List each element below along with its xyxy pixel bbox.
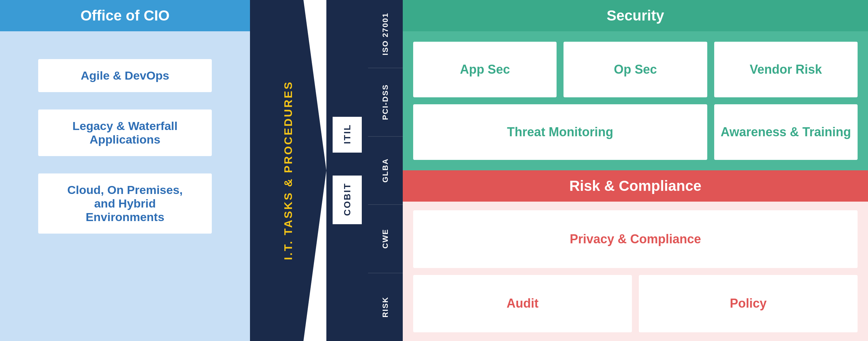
standards-bars: ISO 27001 PCI-DSS GLBA CWE RISK [368, 0, 403, 341]
risk-content-section: Privacy & Compliance Audit Policy [403, 202, 868, 341]
standard-iso27001-label: ISO 27001 [381, 13, 390, 55]
standard-pci-dss-label: PCI-DSS [381, 84, 390, 120]
security-title: Security [607, 7, 664, 24]
security-item-threat-monitoring: Threat Monitoring [413, 104, 707, 160]
framework-cobit: COBIT [332, 174, 363, 225]
it-tasks-arrow: I.T. TASKS & PROCEDURES [250, 0, 326, 341]
security-item-op-sec: Op Sec [564, 42, 707, 97]
standard-glba-label: GLBA [381, 158, 390, 182]
cio-items: Agile & DevOps Legacy & Waterfall Applic… [0, 59, 250, 234]
security-grid: App Sec Op Sec Vendor Risk Threat Monito… [403, 31, 868, 170]
middle-section: I.T. TASKS & PROCEDURES ITIL COBIT ISO 2… [250, 0, 403, 341]
risk-title: Risk & Compliance [569, 178, 701, 194]
right-section: Security App Sec Op Sec Vendor Risk Thre… [403, 0, 868, 341]
vendor-risk-label: Vendor Risk [750, 62, 822, 77]
standard-iso27001: ISO 27001 [368, 0, 403, 68]
awareness-training-label: Awareness & Training [721, 125, 851, 139]
op-sec-label: Op Sec [614, 62, 657, 77]
standard-cwe-label: CWE [381, 229, 390, 249]
main-container: Office of CIO Agile & DevOps Legacy & Wa… [0, 0, 868, 341]
privacy-box: Privacy & Compliance [413, 210, 858, 268]
framework-itil-label: ITIL [342, 124, 353, 144]
cio-header: Office of CIO [0, 0, 250, 31]
app-sec-label: App Sec [460, 62, 510, 77]
standard-glba: GLBA [368, 136, 403, 204]
audit-label: Audit [507, 296, 539, 311]
cio-item-agile-label: Agile & DevOps [81, 69, 169, 82]
cio-item-legacy-label: Legacy & Waterfall Applications [73, 119, 178, 146]
standard-risk-label: RISK [381, 297, 390, 318]
security-item-vendor-risk: Vendor Risk [714, 42, 858, 97]
frameworks-column: ITIL COBIT [326, 0, 368, 341]
audit-box: Audit [413, 275, 632, 333]
policy-box: Policy [639, 275, 858, 333]
cio-item-legacy: Legacy & Waterfall Applications [38, 109, 212, 156]
it-tasks-label: I.T. TASKS & PROCEDURES [282, 81, 295, 260]
privacy-label: Privacy & Compliance [570, 232, 701, 246]
standard-cwe: CWE [368, 204, 403, 273]
cio-item-cloud: Cloud, On Premises, and Hybrid Environme… [38, 173, 212, 234]
cio-item-cloud-label: Cloud, On Premises, and Hybrid Environme… [67, 183, 183, 224]
security-item-awareness-training: Awareness & Training [714, 104, 858, 160]
audit-policy-row: Audit Policy [413, 275, 858, 333]
standard-risk: RISK [368, 273, 403, 341]
cio-item-agile: Agile & DevOps [38, 59, 212, 92]
threat-monitoring-label: Threat Monitoring [507, 125, 613, 139]
security-header: Security [403, 0, 868, 31]
framework-itil: ITIL [332, 116, 363, 153]
cio-title: Office of CIO [81, 7, 170, 24]
framework-cobit-label: COBIT [342, 182, 353, 216]
security-item-app-sec: App Sec [413, 42, 557, 97]
security-section: Security App Sec Op Sec Vendor Risk Thre… [403, 0, 868, 170]
cio-section: Office of CIO Agile & DevOps Legacy & Wa… [0, 0, 250, 341]
standard-pci-dss: PCI-DSS [368, 68, 403, 136]
risk-header-section: Risk & Compliance [403, 170, 868, 202]
policy-label: Policy [730, 296, 767, 311]
